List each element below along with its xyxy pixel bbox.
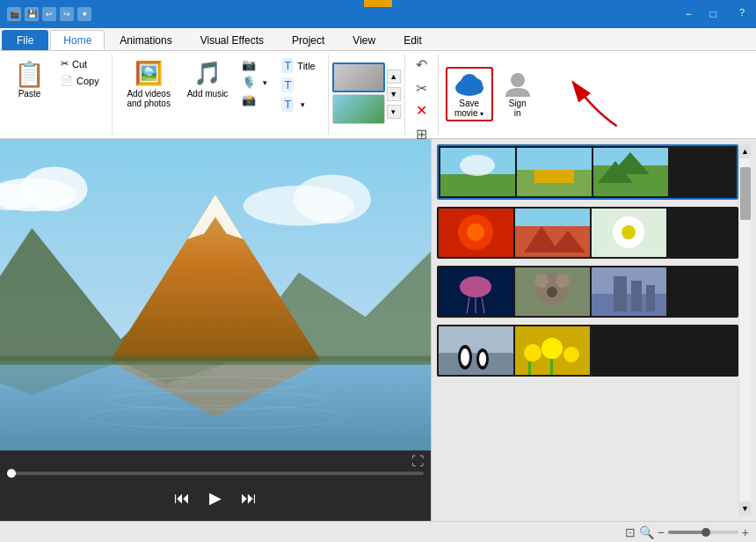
theme-thumb-1[interactable] — [332, 62, 385, 92]
snapshot-button[interactable]: 📸 — [236, 92, 273, 108]
scroll-down-button[interactable]: ▼ — [739, 502, 751, 516]
svg-rect-56 — [631, 281, 642, 311]
title-button[interactable]: T Title — [276, 56, 320, 75]
svg-point-25 — [460, 155, 495, 176]
cut-button[interactable]: ✂ Cut — [55, 56, 105, 71]
sign-in-button[interactable]: Sign in — [497, 67, 539, 121]
film-thumb-2-3[interactable] — [592, 209, 666, 257]
dropdown-icon[interactable]: ▾ — [77, 7, 91, 21]
maximize-button[interactable]: □ — [701, 5, 724, 23]
svg-point-65 — [524, 344, 542, 362]
copy-button[interactable]: 📄 Copy — [55, 73, 105, 88]
save-icon[interactable]: 💾 — [25, 7, 39, 21]
film-strips-container — [437, 144, 738, 516]
svg-rect-55 — [614, 276, 627, 311]
automovie-label — [332, 133, 401, 135]
svg-rect-58 — [439, 326, 513, 353]
scroll-more-arrow[interactable]: ▾ — [387, 105, 401, 119]
zoom-in-button[interactable]: + — [742, 525, 749, 539]
film-thumb-2-2[interactable] — [515, 209, 590, 257]
svg-rect-36 — [515, 209, 590, 226]
fullscreen-button[interactable]: ⛶ — [411, 454, 424, 468]
film-thumb-1-1[interactable] — [440, 148, 515, 196]
video-tools-label — [364, 0, 392, 7]
scroll-track[interactable] — [739, 158, 751, 502]
rotate-right-button[interactable]: ✕ — [412, 100, 431, 121]
caption-button[interactable]: T — [276, 76, 320, 94]
add-content: 🖼️ Add videos and photos 🎵 Add music 📷 🎙… — [120, 55, 321, 133]
film-strip-2[interactable] — [437, 207, 738, 259]
progress-bar[interactable] — [7, 472, 424, 475]
title-bar: 🎬 💾 ↩ ↪ ▾ − □ ✕ — [0, 0, 756, 28]
ribbon-group-share: Save movie ▾ Sign in — [439, 55, 546, 135]
play-button[interactable]: ▶ — [201, 484, 229, 512]
scroll-up-button[interactable]: ▲ — [739, 144, 751, 158]
film-thumb-4-1[interactable] — [439, 326, 513, 375]
paste-button[interactable]: 📋 Paste — [7, 56, 52, 102]
film-strip-1[interactable] — [437, 144, 738, 200]
trim-button[interactable]: ✂ — [412, 78, 431, 99]
film-thumb-4-2[interactable] — [515, 326, 590, 375]
add-label — [120, 133, 321, 135]
snapshot-icon: 📸 — [242, 93, 256, 106]
tab-animations[interactable]: Animations — [106, 30, 185, 50]
zoom-icon[interactable]: 🔍 — [639, 525, 654, 539]
minimize-button[interactable]: − — [677, 5, 700, 23]
film-thumb-3-1[interactable] — [439, 267, 513, 316]
fit-to-screen-button[interactable]: ⊡ — [625, 525, 636, 539]
scroll-up-arrow[interactable]: ▲ — [387, 70, 401, 84]
skip-back-button[interactable]: ⏮ — [170, 486, 194, 510]
rotate-left-icon: ↶ — [416, 56, 427, 73]
tab-edit[interactable]: Edit — [390, 30, 435, 50]
svg-rect-4 — [458, 86, 481, 93]
svg-point-11 — [294, 174, 372, 223]
rotate-left-button[interactable]: ↶ — [412, 55, 431, 75]
tab-home[interactable]: Home — [50, 30, 105, 50]
help-button[interactable]: ? — [733, 4, 751, 21]
save-movie-button[interactable]: Save movie ▾ — [446, 67, 493, 121]
share-content: Save movie ▾ Sign in — [446, 55, 539, 133]
ribbon-group-automovie: ▲ ▼ ▾ — [329, 55, 405, 135]
zoom-out-button[interactable]: − — [658, 525, 665, 539]
zoom-slider[interactable] — [668, 531, 738, 534]
film-thumb-1-3[interactable] — [593, 148, 668, 196]
add-music-button[interactable]: 🎵 Add music — [182, 56, 234, 102]
film-strip-4[interactable] — [437, 325, 738, 377]
clipboard-label — [7, 133, 105, 135]
svg-point-42 — [622, 225, 636, 239]
title-bar-quick-access: 🎬 💾 ↩ ↪ ▾ — [7, 7, 91, 21]
film-thumb-2-1[interactable] — [439, 209, 513, 257]
tab-project[interactable]: Project — [279, 30, 338, 50]
webcam-video-button[interactable]: 📷 — [236, 56, 273, 73]
svg-point-44 — [460, 276, 491, 297]
svg-point-5 — [511, 73, 525, 87]
quick-access-icon[interactable]: 🎬 — [7, 7, 21, 21]
theme-thumb-2[interactable] — [332, 94, 385, 124]
title-bar-left: 🎬 💾 ↩ ↪ ▾ — [7, 7, 97, 21]
redo-icon[interactable]: ↪ — [60, 7, 74, 21]
tab-view[interactable]: View — [339, 30, 389, 50]
video-frame — [0, 139, 431, 450]
tab-file[interactable]: File — [2, 30, 48, 50]
skip-forward-button[interactable]: ⏭ — [236, 486, 261, 510]
editing-content: ↶ ✂ ✕ ⊞ — [412, 55, 431, 144]
ribbon: 📋 Paste ✂ Cut 📄 Copy 🖼️ Add videos and p… — [0, 51, 756, 139]
tab-visual-effects[interactable]: Visual Effects — [187, 30, 277, 50]
scroll-down-arrow[interactable]: ▼ — [387, 87, 401, 101]
add-videos-button[interactable]: 🖼️ Add videos and photos — [120, 56, 178, 112]
undo-icon[interactable]: ↩ — [42, 7, 56, 21]
credits-button[interactable]: T ▾ — [276, 95, 320, 114]
scroll-thumb[interactable] — [740, 167, 751, 220]
svg-point-61 — [461, 348, 469, 366]
zoom-thumb[interactable] — [701, 528, 710, 537]
add-col-3: T Title T T ▾ — [276, 56, 320, 114]
film-thumb-1-2[interactable] — [517, 148, 592, 196]
caption-icon: T — [281, 77, 294, 92]
record-narration-button[interactable]: 🎙️ ▾ — [236, 74, 273, 91]
clipboard-content: 📋 Paste ✂ Cut 📄 Copy — [7, 55, 105, 133]
film-thumb-3-3[interactable] — [592, 267, 666, 316]
progress-thumb[interactable] — [7, 469, 16, 478]
film-thumb-3-2[interactable] — [515, 267, 590, 316]
scrollbar[interactable]: ▲ ▼ — [738, 144, 751, 516]
film-strip-3[interactable] — [437, 266, 738, 318]
